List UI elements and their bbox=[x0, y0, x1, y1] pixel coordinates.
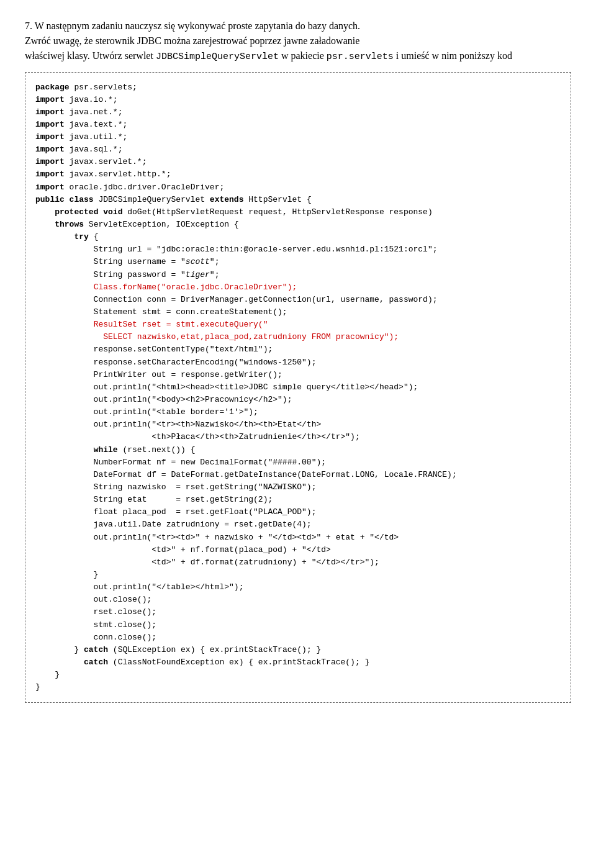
intro-paragraph-1: 7. W następnym zadaniu nauczysz się wyko… bbox=[25, 19, 571, 65]
code-block: package psr.servlets; import java.io.*; … bbox=[25, 72, 571, 703]
